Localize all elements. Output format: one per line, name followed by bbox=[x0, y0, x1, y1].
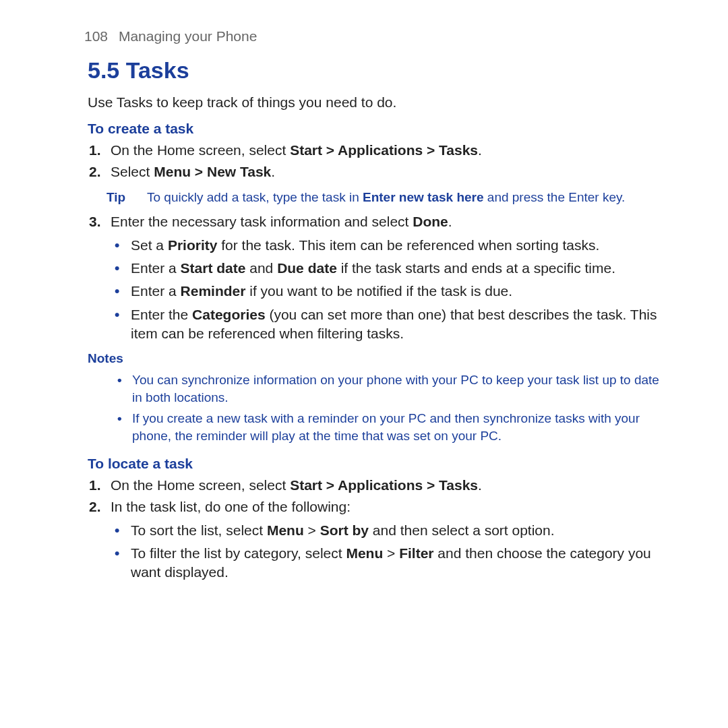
substep-filter: To filter the list by category, select M… bbox=[125, 544, 667, 582]
locate-task-steps: 1. On the Home screen, select Start > Ap… bbox=[88, 476, 667, 517]
step-text: In the task list, do one of the followin… bbox=[111, 499, 351, 514]
section-title: 5.5 Tasks bbox=[88, 55, 667, 86]
substep-text: To filter the list by category, select bbox=[131, 545, 346, 561]
step-number: 3. bbox=[89, 212, 101, 231]
substep-text: Enter the bbox=[131, 307, 192, 322]
substep-categories: Enter the Categories (you can set more t… bbox=[125, 305, 667, 344]
substep-text: and then select a sort option. bbox=[369, 522, 555, 538]
action-done: Done bbox=[413, 214, 448, 229]
create-task-steps: 1. On the Home screen, select Start > Ap… bbox=[88, 141, 667, 182]
substep-text: To sort the list, select bbox=[131, 522, 267, 538]
tip-body: To quickly add a task, type the task in … bbox=[147, 189, 667, 206]
field-reminder: Reminder bbox=[181, 283, 246, 299]
note-item: You can synchronize information on your … bbox=[128, 371, 667, 406]
step-number: 2. bbox=[89, 162, 101, 181]
locate-task-heading: To locate a task bbox=[88, 454, 667, 473]
menu-label: Menu bbox=[267, 522, 304, 538]
step-number: 1. bbox=[89, 476, 101, 495]
substep-reminder: Enter a Reminder if you want to be notif… bbox=[125, 282, 667, 301]
step-text: On the Home screen, select bbox=[111, 142, 290, 158]
chapter-title: Managing your Phone bbox=[119, 28, 257, 44]
notes-list: You can synchronize information on your … bbox=[88, 371, 667, 445]
step-text: . bbox=[448, 214, 452, 229]
tip-text: To quickly add a task, type the task in bbox=[147, 190, 363, 204]
substep-text: if you want to be notified if the task i… bbox=[245, 283, 512, 299]
tip-bold: Enter new task here bbox=[363, 190, 484, 204]
notes-label: Notes bbox=[88, 350, 667, 367]
tip-text: and press the Enter key. bbox=[484, 190, 626, 204]
step-text: On the Home screen, select bbox=[111, 477, 290, 493]
tip-block: Tip To quickly add a task, type the task… bbox=[107, 189, 667, 206]
field-due-date: Due date bbox=[277, 260, 337, 276]
create-step-1: 1. On the Home screen, select Start > Ap… bbox=[107, 141, 667, 160]
step-text: . bbox=[271, 164, 275, 179]
step-number: 1. bbox=[89, 141, 101, 160]
sortby-label: Sort by bbox=[320, 522, 369, 538]
locate-step-2: 2. In the task list, do one of the follo… bbox=[107, 497, 667, 516]
create-task-heading: To create a task bbox=[88, 119, 667, 138]
substep-text: and bbox=[245, 260, 277, 276]
substep-text: if the task starts and ends at a specifi… bbox=[337, 260, 615, 276]
note-item: If you create a new task with a reminder… bbox=[128, 410, 667, 444]
create-task-steps-cont: 3. Enter the necessary task information … bbox=[88, 212, 667, 231]
intro-text: Use Tasks to keep track of things you ne… bbox=[88, 93, 667, 112]
substep-sort: To sort the list, select Menu > Sort by … bbox=[125, 521, 667, 540]
field-priority: Priority bbox=[168, 237, 218, 253]
create-step-3: 3. Enter the necessary task information … bbox=[107, 212, 667, 231]
create-step-2: 2. Select Menu > New Task. bbox=[107, 162, 667, 181]
nav-path: Start > Applications > Tasks bbox=[290, 142, 478, 158]
locate-substeps: To sort the list, select Menu > Sort by … bbox=[88, 521, 667, 582]
substep-text: > bbox=[383, 545, 399, 561]
locate-step-1: 1. On the Home screen, select Start > Ap… bbox=[107, 476, 667, 495]
substep-dates: Enter a Start date and Due date if the t… bbox=[125, 259, 667, 278]
page-number: 108 bbox=[84, 28, 108, 44]
nav-path: Menu > New Task bbox=[154, 164, 271, 179]
substep-text: for the task. This item can be reference… bbox=[217, 237, 599, 253]
substep-priority: Set a Priority for the task. This item c… bbox=[125, 236, 667, 255]
step-number: 2. bbox=[89, 497, 101, 516]
filter-label: Filter bbox=[399, 545, 433, 561]
tip-label: Tip bbox=[107, 189, 147, 206]
step-text: Enter the necessary task information and… bbox=[111, 214, 413, 229]
substep-text: Enter a bbox=[131, 283, 181, 299]
nav-path: Start > Applications > Tasks bbox=[290, 477, 478, 493]
page-header: 108 Managing your Phone bbox=[84, 27, 667, 46]
step-text: Select bbox=[111, 164, 154, 179]
field-categories: Categories bbox=[192, 307, 266, 322]
create-substeps: Set a Priority for the task. This item c… bbox=[88, 236, 667, 344]
step-text: . bbox=[478, 477, 482, 493]
substep-text: > bbox=[304, 522, 320, 538]
field-start-date: Start date bbox=[181, 260, 246, 276]
menu-label: Menu bbox=[346, 545, 383, 561]
step-text: . bbox=[478, 142, 482, 158]
substep-text: Set a bbox=[131, 237, 168, 253]
substep-text: Enter a bbox=[131, 260, 181, 276]
